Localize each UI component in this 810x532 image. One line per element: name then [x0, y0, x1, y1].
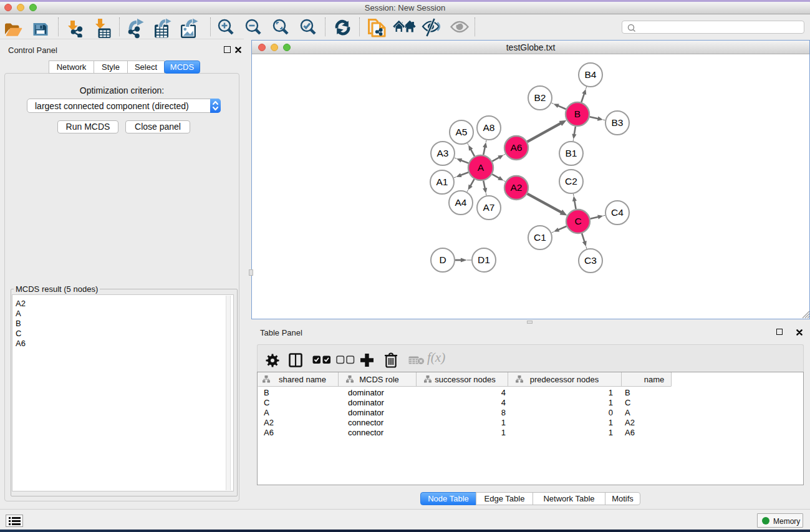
svg-text:B: B [625, 388, 630, 397]
svg-text:C: C [625, 398, 630, 407]
svg-text:1: 1 [501, 428, 506, 437]
svg-text:connector: connector [348, 418, 384, 427]
svg-text:A4: A4 [455, 197, 467, 208]
svg-text:B3: B3 [612, 117, 624, 128]
svg-text:1: 1 [609, 388, 613, 397]
svg-text:C: C [264, 398, 269, 407]
svg-text:shared name: shared name [279, 375, 326, 384]
svg-text:A2: A2 [625, 418, 635, 427]
svg-text:A5: A5 [456, 127, 468, 137]
svg-text:name: name [644, 375, 665, 384]
svg-text:C2: C2 [565, 176, 577, 186]
svg-text:MCDS role: MCDS role [359, 375, 399, 384]
svg-text:successor nodes: successor nodes [435, 375, 496, 384]
svg-text:A: A [264, 408, 269, 417]
svg-text:A6: A6 [625, 428, 635, 437]
svg-text:A7: A7 [483, 202, 495, 213]
svg-text:0: 0 [609, 408, 613, 417]
svg-text:A: A [478, 162, 485, 173]
svg-text:D1: D1 [478, 254, 490, 265]
svg-text:4: 4 [501, 398, 506, 407]
svg-text:dominator: dominator [348, 398, 384, 407]
svg-text:A6: A6 [511, 142, 523, 153]
svg-text:A: A [625, 408, 630, 417]
svg-text:A2: A2 [264, 418, 274, 427]
svg-text:B: B [574, 109, 581, 119]
svg-text:B2: B2 [534, 92, 546, 103]
svg-text:A8: A8 [483, 122, 495, 133]
svg-text:B1: B1 [566, 148, 577, 158]
svg-text:4: 4 [501, 388, 506, 397]
svg-text:A1: A1 [436, 177, 448, 187]
svg-text:connector: connector [348, 428, 384, 437]
svg-text:C3: C3 [584, 255, 597, 266]
svg-text:1: 1 [609, 428, 613, 437]
svg-text:B: B [264, 388, 269, 397]
svg-text:dominator: dominator [348, 388, 384, 397]
svg-text:D: D [439, 254, 446, 265]
svg-text:1: 1 [609, 418, 613, 427]
svg-text:C4: C4 [611, 207, 624, 218]
svg-text:1: 1 [501, 418, 506, 427]
svg-text:dominator: dominator [348, 408, 384, 417]
svg-text:C1: C1 [534, 232, 546, 243]
svg-text:8: 8 [501, 408, 506, 417]
svg-text:predecessor nodes: predecessor nodes [530, 375, 599, 384]
svg-text:A3: A3 [437, 148, 449, 158]
svg-text:B4: B4 [585, 69, 597, 80]
svg-text:C: C [574, 216, 581, 226]
svg-text:A6: A6 [264, 428, 274, 437]
svg-text:A2: A2 [511, 182, 523, 193]
svg-text:1: 1 [609, 398, 613, 407]
